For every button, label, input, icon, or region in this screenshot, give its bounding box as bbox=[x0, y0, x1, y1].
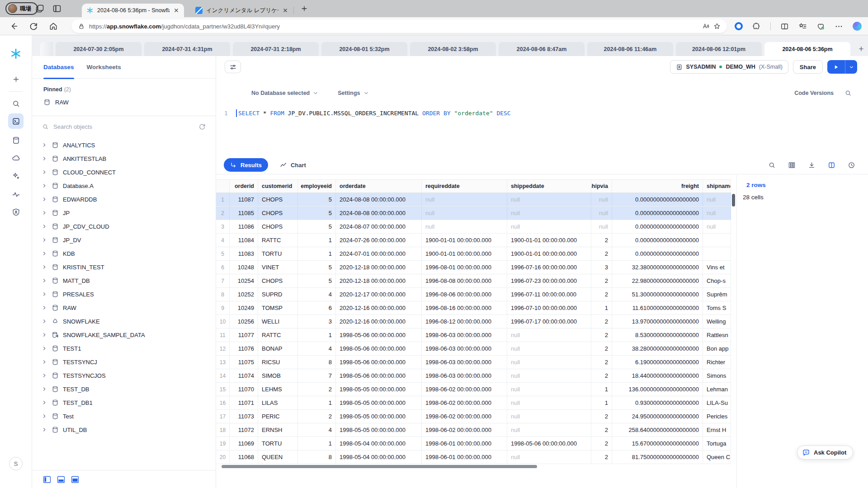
worksheet-tab[interactable]: 2024-08-06 12:01pm bbox=[676, 42, 762, 56]
cell-customerid[interactable]: TORTU bbox=[258, 437, 298, 450]
lock-icon[interactable] bbox=[78, 23, 85, 30]
cell-employeeid[interactable]: 8 bbox=[298, 450, 336, 464]
code-versions-button[interactable]: Code Versions bbox=[794, 90, 834, 96]
chevron-right-icon[interactable] bbox=[41, 399, 47, 406]
cell-freight[interactable]: 38.280000000000000000 bbox=[612, 342, 703, 355]
cell-orderdate[interactable]: 2020-12-18 00:00:00.000 bbox=[336, 274, 422, 287]
cell-freight[interactable]: 6.190000000000000000 bbox=[612, 356, 703, 369]
chevron-right-icon[interactable] bbox=[41, 318, 47, 324]
cell-shipvia[interactable]: 2 bbox=[591, 288, 612, 301]
chevron-right-icon[interactable] bbox=[41, 142, 47, 148]
table-row[interactable]: 4 11084 RATTC 1 2024-07-26 00:00:00.000 … bbox=[216, 234, 731, 247]
cell-employeeid[interactable]: 5 bbox=[298, 206, 336, 220]
cell-orderid[interactable]: 10249 bbox=[230, 301, 258, 314]
chevron-right-icon[interactable] bbox=[41, 250, 47, 257]
cell-shipname[interactable]: Ernst H bbox=[703, 423, 731, 436]
cell-shipvia[interactable]: 2 bbox=[591, 423, 612, 436]
cell-orderdate[interactable]: 2020-12-17 00:00:00.000 bbox=[336, 288, 422, 301]
cell-shippeddate[interactable]: null bbox=[507, 410, 591, 423]
cell-shippeddate[interactable]: 1900-01-01 00:00:00.000 bbox=[507, 234, 591, 247]
cell-requireddate[interactable]: null bbox=[422, 206, 507, 220]
worksheet-tab[interactable]: 2024-07-31 4:31pm bbox=[144, 42, 230, 56]
database-tree-item[interactable]: TESTSYNCJ bbox=[32, 355, 216, 369]
database-tree-item[interactable]: Database.A bbox=[32, 179, 216, 192]
cell-employeeid[interactable]: 1 bbox=[298, 328, 336, 342]
cell-employeeid[interactable]: 6 bbox=[298, 301, 336, 314]
cell-shipname[interactable]: Welling bbox=[703, 315, 731, 328]
cell-freight[interactable]: 0.000000000000000000 bbox=[612, 247, 703, 260]
column-header[interactable]: shippeddate bbox=[507, 180, 591, 192]
column-header[interactable]: freight bbox=[612, 180, 703, 192]
database-tree-item[interactable]: TESTSYNCJOS bbox=[32, 369, 216, 382]
chevron-right-icon[interactable] bbox=[41, 345, 47, 352]
database-tree-item[interactable]: SNOWFLAKE_SAMPLE_DATA bbox=[32, 328, 216, 342]
worksheet-tab[interactable]: 2024-07-31 2:18pm bbox=[233, 42, 319, 56]
cell-orderid[interactable]: 11087 bbox=[230, 193, 258, 206]
cell-shipname[interactable]: Simons bbox=[703, 369, 731, 382]
cell-orderid[interactable]: 11077 bbox=[230, 328, 258, 342]
cell-orderid[interactable]: 10254 bbox=[230, 274, 258, 287]
chevron-right-icon[interactable] bbox=[41, 305, 47, 311]
cell-requireddate[interactable]: 1900-01-01 00:00:00.000 bbox=[422, 234, 507, 247]
database-tree-item[interactable]: EDWARDDB bbox=[32, 192, 216, 206]
database-tree-item[interactable]: TEST_DB bbox=[32, 382, 216, 396]
chevron-right-icon[interactable] bbox=[41, 169, 47, 175]
table-row[interactable]: 16 11071 LILAS 1 1998-05-05 00:00:00.000… bbox=[216, 396, 731, 410]
cell-orderid[interactable]: 11069 bbox=[230, 437, 258, 450]
vertical-scrollbar[interactable] bbox=[732, 194, 735, 206]
cell-orderdate[interactable]: 2020-12-16 00:00:00.000 bbox=[336, 315, 422, 328]
cell-shipvia[interactable]: 2 bbox=[591, 356, 612, 369]
add-icon[interactable] bbox=[8, 71, 24, 87]
split-panel-icon[interactable] bbox=[828, 161, 835, 169]
address-bar[interactable]: https://app.snowflake.com/jugdhon/cdata_… bbox=[71, 19, 727, 33]
cell-orderdate[interactable]: 1998-05-06 00:00:00.000 bbox=[336, 328, 422, 342]
cell-customerid[interactable]: CHOPS bbox=[258, 193, 298, 206]
back-icon[interactable] bbox=[9, 22, 18, 31]
worksheet-tab[interactable]: 2024-07-30 2:05pm bbox=[56, 42, 142, 56]
database-tree-item[interactable]: UTIL_DB bbox=[32, 423, 216, 436]
cell-customerid[interactable]: SUPRD bbox=[258, 288, 298, 301]
database-tree-item[interactable]: JP_CDV_CLOUD bbox=[32, 220, 216, 233]
table-row[interactable]: 19 11069 TORTU 1 1998-05-04 00:00:00.000… bbox=[216, 437, 731, 450]
onepassword-icon[interactable] bbox=[735, 22, 743, 30]
cell-freight[interactable]: 0.000000000000000000 bbox=[612, 220, 703, 233]
cell-shipname[interactable]: Tortuga bbox=[703, 437, 731, 450]
table-row[interactable]: 18 11072 ERNSH 4 1998-05-05 00:00:00.000… bbox=[216, 423, 731, 437]
new-browser-tab-icon[interactable] bbox=[300, 5, 308, 13]
copilot-icon[interactable] bbox=[853, 22, 862, 31]
column-header[interactable]: orderid bbox=[230, 180, 258, 192]
cell-shipvia[interactable]: 3 bbox=[591, 261, 612, 274]
cell-customerid[interactable]: LILAS bbox=[258, 396, 298, 409]
cell-freight[interactable]: 51.300000000000000000 bbox=[612, 288, 703, 301]
cell-shipvia[interactable]: null bbox=[591, 220, 612, 233]
database-tree-item[interactable]: SNOWFLAKE bbox=[32, 314, 216, 328]
cell-requireddate[interactable]: null bbox=[422, 220, 507, 233]
table-row[interactable]: 3 11086 CHOPS 5 2024-08-07 00:00:00.000 … bbox=[216, 220, 731, 234]
cell-shipname[interactable]: Pericles bbox=[703, 410, 731, 423]
cell-shipname[interactable]: Chop-s bbox=[703, 274, 731, 287]
database-tree-item[interactable]: JP_DV bbox=[32, 233, 216, 247]
chevron-right-icon[interactable] bbox=[41, 359, 47, 365]
cell-shippeddate[interactable]: 1996-07-16 00:00:00.000 bbox=[507, 261, 591, 274]
column-header[interactable]: employeeid bbox=[298, 180, 336, 192]
cell-orderdate[interactable]: 1998-05-05 00:00:00.000 bbox=[336, 396, 422, 409]
cell-customerid[interactable]: VINET bbox=[258, 261, 298, 274]
horizontal-scrollbar[interactable] bbox=[222, 465, 537, 468]
cell-shippeddate[interactable]: 1996-07-23 00:00:00.000 bbox=[507, 274, 591, 287]
column-header[interactable]: shipvia bbox=[591, 180, 612, 192]
cell-shipvia[interactable]: 1 bbox=[591, 396, 612, 409]
home-icon[interactable] bbox=[49, 22, 58, 31]
snowflake-logo-icon[interactable] bbox=[10, 48, 22, 60]
column-header[interactable] bbox=[216, 180, 230, 192]
cell-requireddate[interactable]: 1996-08-06 00:00:00.000 bbox=[422, 288, 507, 301]
cell-orderid[interactable]: 10248 bbox=[230, 261, 258, 274]
table-row[interactable]: 20 11068 QUEEN 8 1998-05-04 00:00:00.000… bbox=[216, 450, 731, 464]
table-row[interactable]: 6 10248 VINET 5 2020-12-18 00:00:00.000 … bbox=[216, 261, 731, 274]
browser-menu-icon[interactable] bbox=[835, 22, 843, 31]
cell-shipname[interactable] bbox=[703, 234, 731, 247]
table-row[interactable]: 2 11085 CHOPS 5 2024-08-08 00:00:00.000 … bbox=[216, 206, 731, 220]
cell-shippeddate[interactable]: 1996-07-17 00:00:00.000 bbox=[507, 315, 591, 328]
database-tree-item[interactable]: TEST1 bbox=[32, 342, 216, 355]
database-tree-item[interactable]: KRISTIN_TEST bbox=[32, 260, 216, 274]
column-header[interactable]: customerid bbox=[258, 180, 298, 192]
